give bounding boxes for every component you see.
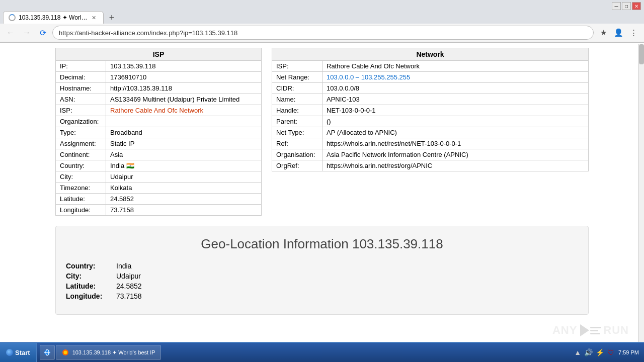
menu-button[interactable]: ⋮: [627, 26, 640, 39]
network-row-label: OrgRef:: [272, 160, 323, 171]
network-table-row: Name:APNIC-103: [272, 94, 589, 105]
account-button[interactable]: 👤: [612, 26, 625, 39]
minimize-button[interactable]: ─: [612, 2, 621, 10]
isp-row-label: ASN:: [56, 94, 106, 105]
nav-bar: ← → ⟳ ★ 👤 ⋮: [0, 24, 644, 42]
geo-row: Country:India: [66, 262, 578, 270]
isp-row-value: 73.7158: [106, 205, 262, 216]
geo-details: Country:IndiaCity:UdaipurLatitude:24.585…: [66, 260, 578, 304]
tab-1-close[interactable]: ✕: [91, 15, 97, 21]
network-table-row: ISP:Rathore Cable And Ofc Network: [272, 61, 589, 72]
geo-title: Geo-Location Information 103.135.39.118: [66, 236, 578, 252]
ie-icon: [43, 348, 51, 356]
network-row-label: Organisation:: [272, 149, 323, 160]
bookmark-button[interactable]: ★: [597, 26, 610, 39]
network-table-row: Parent:(): [272, 116, 589, 127]
isp-table-row: IP:103.135.39.118: [56, 61, 262, 72]
isp-row-label: Assignment:: [56, 138, 106, 149]
network-table-row: Ref:https://whois.arin.net/rest/net/NET-…: [272, 138, 589, 149]
isp-row-value: Asia: [106, 149, 262, 160]
scrollbar[interactable]: [638, 44, 644, 342]
start-orb: [6, 349, 13, 356]
network-row-value[interactable]: 103.0.0.0 – 103.255.255.255: [323, 72, 589, 83]
geo-row: City:Udaipur: [66, 272, 578, 280]
taskbar-item-title: 103.135.39.118 ✦ World's best IP: [72, 349, 155, 356]
isp-table-row: Latitude:24.5852: [56, 194, 262, 205]
network-table-row: CIDR:103.0.0.0/8: [272, 83, 589, 94]
isp-row-label: Hostname:: [56, 83, 106, 94]
network-row-label: Ref:: [272, 138, 323, 149]
geo-row-label: Longitude:: [66, 292, 116, 300]
tab-1[interactable]: 103.135.39.118 ✦ World's best IP | ✕: [3, 11, 104, 24]
taskbar-items: 103.135.39.118 ✦ World's best IP: [37, 345, 570, 360]
isp-table: ISP IP:103.135.39.118Decimal:1736910710H…: [55, 48, 262, 216]
clock: 7:59 PM: [618, 349, 639, 356]
geo-row-value: India: [116, 262, 131, 270]
isp-table-row: Decimal:1736910710: [56, 72, 262, 83]
network-section: Network ISP:Rathore Cable And Ofc Networ…: [272, 48, 589, 216]
title-bar: ─ □ ✕: [0, 0, 644, 10]
network-row-label: Parent:: [272, 116, 323, 127]
isp-row-label: Decimal:: [56, 72, 106, 83]
isp-row-label: Latitude:: [56, 194, 106, 205]
tab-bar: 103.135.39.118 ✦ World's best IP | ✕ +: [0, 11, 644, 24]
scrollbar-thumb[interactable]: [639, 44, 644, 64]
network-row-value: Asia Pacific Network Information Centre …: [323, 149, 589, 160]
new-tab-button[interactable]: +: [106, 12, 118, 24]
address-bar[interactable]: [52, 26, 594, 40]
isp-row-label: IP:: [56, 61, 106, 72]
isp-row-value[interactable]: Rathore Cable And Ofc Network: [106, 105, 262, 116]
isp-row-label: Type:: [56, 127, 106, 138]
taskbar-right: ▲ 🔊 ⚡ 🛡 7:59 PM: [569, 348, 644, 356]
network-row-value: Rathore Cable And Ofc Network: [323, 61, 589, 72]
taskbar-ie-icon[interactable]: [40, 345, 55, 360]
nav-actions: ★ 👤 ⋮: [597, 26, 640, 39]
isp-row-value: Static IP: [106, 138, 262, 149]
isp-table-row: Continent:Asia: [56, 149, 262, 160]
network-row-value: AP (Allocated to APNIC): [323, 127, 589, 138]
network-row-label: Net Range:: [272, 72, 323, 83]
network-row-label: CIDR:: [272, 83, 323, 94]
isp-table-row: City:Udaipur: [56, 171, 262, 183]
maximize-button[interactable]: □: [622, 2, 631, 10]
isp-table-row: Organization:: [56, 116, 262, 127]
network-row-label: Name:: [272, 94, 323, 105]
geo-row-value: 73.7158: [116, 292, 142, 300]
window-controls[interactable]: ─ □ ✕: [612, 2, 641, 10]
back-button[interactable]: ←: [4, 26, 17, 39]
isp-row-value: 1736910710: [106, 72, 262, 83]
network-table-row: Net Range:103.0.0.0 – 103.255.255.255: [272, 72, 589, 83]
geo-row-label: Country:: [66, 262, 116, 270]
isp-link[interactable]: Rathore Cable And Ofc Network: [110, 107, 203, 114]
close-button[interactable]: ✕: [632, 2, 641, 10]
network-link[interactable]: 103.0.0.0 – 103.255.255.255: [327, 73, 410, 81]
tab-spinner: [9, 14, 16, 21]
reload-button[interactable]: ⟳: [36, 26, 49, 39]
network-table-row: Handle:NET-103-0-0-0-1: [272, 105, 589, 116]
geo-row: Longitude:73.7158: [66, 292, 578, 300]
battery-tray-icon: ⚡: [596, 348, 604, 356]
isp-table-row: Country:India 🇮🇳: [56, 160, 262, 171]
start-label: Start: [15, 349, 30, 356]
geo-row-value: Udaipur: [116, 272, 141, 280]
volume-tray-icon: 🔊: [584, 348, 593, 356]
network-row-value: 103.0.0.0/8: [323, 83, 589, 94]
isp-row-label: City:: [56, 171, 106, 183]
isp-row-label: Organization:: [56, 116, 106, 127]
network-table-header: Network: [272, 48, 589, 61]
isp-row-value: http://103.135.39.118: [106, 83, 262, 94]
forward-button[interactable]: →: [20, 26, 33, 39]
taskbar-firefox-item[interactable]: 103.135.39.118 ✦ World's best IP: [56, 345, 161, 360]
isp-table-row: Longitude:73.7158: [56, 205, 262, 216]
time-display: 7:59 PM: [618, 349, 639, 356]
geo-section: Geo-Location Information 103.135.39.118 …: [55, 226, 589, 315]
isp-row-label: ISP:: [56, 105, 106, 116]
isp-row-value: Broadband: [106, 127, 262, 138]
isp-row-value: India 🇮🇳: [106, 160, 262, 171]
page-content: ISP IP:103.135.39.118Decimal:1736910710H…: [0, 43, 644, 360]
geo-row: Latitude:24.5852: [66, 282, 578, 290]
network-row-value: (): [323, 116, 589, 127]
start-button[interactable]: Start: [0, 343, 37, 362]
network-table-row: Organisation:Asia Pacific Network Inform…: [272, 149, 589, 160]
isp-table-header: ISP: [56, 48, 262, 61]
